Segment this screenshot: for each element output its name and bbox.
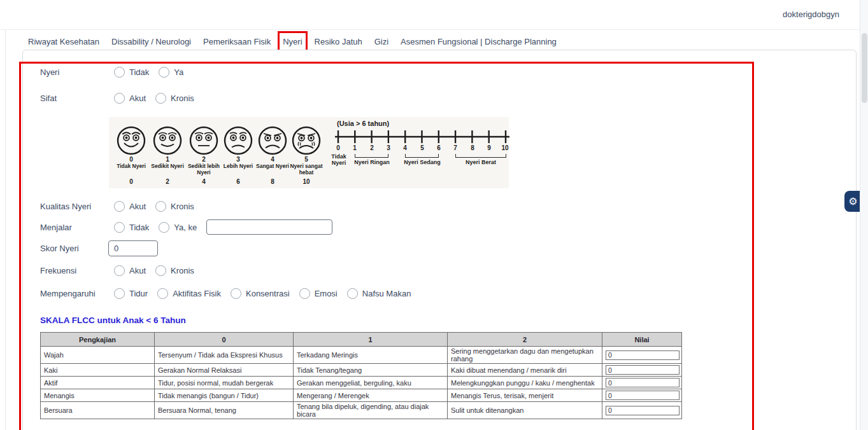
radio-label: Tidak	[129, 223, 149, 232]
pain-face-3-icon	[224, 126, 253, 155]
cell-score0: Bersuara Normal, tenang	[155, 402, 294, 419]
tab-asesmen-fungsional[interactable]: Asesmen Fungsional | Discharge Planning	[400, 36, 557, 48]
ruler-group-berat: Nyeri Berat	[450, 159, 511, 165]
pain-face-5-icon	[292, 126, 321, 155]
sifat-label: Sifat	[40, 94, 114, 103]
radio-mempengaruhi-konsentrasi[interactable]: Konsentrasi	[231, 288, 290, 299]
table-row-aktif: Aktif Tidur, posisi normal, mudah berger…	[41, 377, 682, 389]
bracket-icon	[355, 154, 388, 158]
ruler-tick: 8	[467, 144, 478, 151]
mempengaruhi-label: Mempengaruhi	[40, 289, 114, 298]
tab-pemeriksaan-fisik[interactable]: Pemeriksaan Fisik	[203, 36, 271, 48]
nilai-input-aktif[interactable]	[606, 378, 679, 387]
scrollbar-thumb[interactable]	[862, 33, 867, 103]
face-index: 2	[191, 156, 217, 163]
radio-menjalar-ya[interactable]: Ya, ke	[159, 222, 197, 233]
face-score: 10	[294, 178, 319, 185]
cell-score1: Tidak Tenang/tegang	[294, 364, 448, 377]
nyeri-form-card: Nyeri Tidak Ya Sifat	[22, 50, 857, 430]
radio-circle-icon	[347, 288, 358, 299]
ruler-tick: 2	[366, 144, 378, 151]
face-desc: Lebih Nyeri	[219, 163, 257, 170]
ruler-tick: 9	[483, 144, 495, 151]
flcc-header-row: Pengkajian 0 1 2 Nilai	[41, 333, 682, 347]
radio-nyeri-tidak[interactable]: Tidak	[114, 67, 149, 78]
tab-resiko-jatuh[interactable]: Resiko Jatuh	[314, 36, 363, 48]
age-note: (Usia > 6 tahun)	[337, 120, 389, 127]
face-score: 2	[155, 178, 180, 185]
radio-kualitas-akut[interactable]: Akut	[114, 201, 146, 212]
radio-label: Ya, ke	[174, 223, 197, 232]
numeric-ruler-icon	[333, 128, 511, 144]
menjalar-target-input[interactable]	[206, 219, 332, 235]
radio-nyeri-ya[interactable]: Ya	[159, 67, 183, 78]
col-header-1: 1	[294, 333, 448, 347]
radio-mempengaruhi-tidur[interactable]: Tidur	[114, 288, 148, 299]
tab-gizi[interactable]: Gizi	[374, 36, 389, 48]
tab-dissability-neurologi[interactable]: Dissability / Neurologi	[111, 36, 192, 48]
cell-pengkajian: Aktif	[41, 377, 155, 389]
assessment-tabs: Riwayat Kesehatan Dissability / Neurolog…	[27, 36, 557, 48]
radio-circle-icon	[114, 288, 125, 299]
row-mempengaruhi: Mempengaruhi Tidur Aktifitas Fisik Konse…	[40, 288, 856, 299]
ruler-tick: 1	[349, 144, 360, 151]
radio-label: Konsentrasi	[246, 289, 290, 298]
radio-label: Akut	[129, 202, 146, 211]
radio-label: Akut	[129, 94, 146, 103]
cell-score2: Sulit untuk ditenangkan	[448, 402, 602, 419]
cell-pengkajian: Kaki	[41, 364, 155, 377]
cell-score2: Sering menggetarkan dagu dan mengetupkan…	[448, 347, 602, 364]
radio-menjalar-tidak[interactable]: Tidak	[114, 222, 149, 233]
radio-mempengaruhi-emosi[interactable]: Emosi	[299, 288, 338, 299]
radio-circle-icon	[157, 288, 168, 299]
face-desc: Nyeri sangat hebat	[287, 163, 325, 176]
radio-kualitas-kronis[interactable]: Kronis	[155, 201, 194, 212]
radio-frekuensi-akut[interactable]: Akut	[114, 265, 146, 276]
face-score: 0	[118, 178, 144, 185]
radio-sifat-kronis[interactable]: Kronis	[155, 93, 194, 104]
radio-circle-icon	[114, 67, 125, 78]
radio-circle-icon	[114, 93, 125, 104]
tab-riwayat-kesehatan[interactable]: Riwayat Kesehatan	[27, 36, 100, 48]
col-header-pengkajian: Pengkajian	[41, 333, 155, 347]
pain-face-0-icon	[117, 126, 146, 155]
cell-score2: Menangis Terus, terisak, menjerit	[448, 389, 602, 402]
nilai-input-kaki[interactable]	[606, 365, 679, 375]
radio-mempengaruhi-aktifitas[interactable]: Aktifitas Fisik	[157, 288, 221, 299]
table-row-bersuara: Bersuara Bersuara Normal, tenang Tenang …	[41, 402, 682, 419]
cell-score0: Tidur, posisi normal, mudah bergerak	[155, 377, 294, 389]
ruler-tick: 10	[499, 144, 511, 151]
face-index: 3	[225, 156, 251, 163]
tab-nyeri[interactable]: Nyeri	[282, 36, 302, 48]
ruler-tick: 6	[433, 144, 445, 151]
ruler-tick: 3	[383, 144, 394, 151]
radio-sifat-akut[interactable]: Akut	[114, 93, 146, 104]
face-score: 4	[191, 178, 217, 185]
face-score: 8	[260, 178, 285, 185]
radio-label: Akut	[129, 266, 146, 275]
row-nyeri: Nyeri Tidak Ya	[40, 67, 856, 78]
face-index: 4	[260, 156, 285, 163]
bracket-icon	[455, 154, 506, 158]
ruler-tick: 0	[332, 144, 344, 151]
nilai-input-wajah[interactable]	[606, 350, 679, 360]
face-index: 1	[155, 156, 180, 163]
settings-fab-button[interactable]: ⚙	[844, 191, 862, 212]
pain-face-1-icon	[153, 126, 182, 155]
cell-score1: Gerakan menggeliat, berguling, kaku	[294, 377, 448, 389]
nilai-input-bersuara[interactable]	[606, 406, 679, 415]
skor-nyeri-input[interactable]	[108, 240, 158, 256]
radio-circle-icon	[299, 288, 310, 299]
col-header-nilai: Nilai	[602, 333, 682, 347]
row-skor-nyeri: Skor Nyeri	[40, 240, 856, 256]
radio-label: Emosi	[315, 289, 338, 298]
radio-mempengaruhi-nafsu-makan[interactable]: Nafsu Makan	[347, 288, 411, 299]
cell-score0: Gerakan Normal Relaksasi	[155, 364, 294, 377]
nilai-input-menangis[interactable]	[606, 391, 679, 400]
radio-circle-icon	[155, 265, 166, 276]
cell-score1: Terkadang Meringis	[294, 347, 448, 364]
face-desc: Tidak Nyeri	[112, 163, 150, 170]
radio-label: Tidak	[129, 67, 149, 77]
radio-circle-icon	[231, 288, 241, 299]
radio-frekuensi-kronis[interactable]: Kronis	[155, 265, 194, 276]
